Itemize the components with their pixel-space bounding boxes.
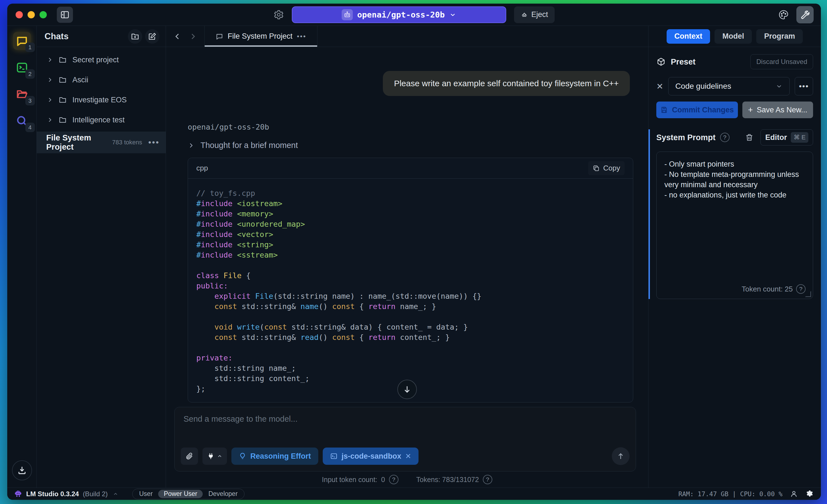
mode-power-user[interactable]: Power User (158, 490, 203, 498)
commit-changes-button[interactable]: Commit Changes (656, 102, 738, 118)
mode-user[interactable]: User (134, 490, 158, 498)
remove-sandbox-icon[interactable]: ✕ (405, 452, 411, 461)
help-icon[interactable]: ? (483, 475, 492, 484)
rail-chat-badge: 1 (25, 43, 35, 52)
help-icon[interactable]: ? (389, 475, 398, 484)
preset-actions: Commit Changes + Save As New... (656, 102, 813, 118)
chats-sidebar: Chats (37, 26, 166, 488)
titlebar: openai/gpt-oss-20b Eject (7, 4, 821, 26)
resize-handle[interactable] (805, 291, 811, 297)
code-language-label: cpp (196, 164, 588, 172)
chat-item-tokens: 783 tokens (112, 139, 142, 146)
zoom-button[interactable] (40, 11, 47, 18)
tab-file-system-project[interactable]: File System Project ••• (204, 26, 318, 47)
system-metrics: RAM: 17.47 GB | CPU: 0.00 % (678, 490, 782, 498)
folder-label: Secret project (72, 56, 119, 64)
code-content: // toy_fs.cpp#include <iostream>#include… (188, 179, 633, 402)
folder-icon (58, 116, 67, 124)
eject-button[interactable]: Eject (514, 6, 555, 23)
nav-forward-button[interactable] (189, 32, 197, 41)
minimize-button[interactable] (28, 11, 35, 18)
gear-icon[interactable] (274, 9, 284, 20)
message-input[interactable]: Send a message to the model... (175, 407, 636, 447)
trash-icon[interactable] (745, 133, 754, 142)
save-icon (660, 106, 668, 114)
scroll-to-bottom-button[interactable] (397, 380, 417, 399)
plugins-button[interactable] (202, 448, 227, 465)
help-icon[interactable]: ? (796, 284, 806, 294)
folder-investigate-eos[interactable]: Investigate EOS (37, 90, 166, 110)
assistant-model-name: openai/gpt-oss-20b (188, 123, 637, 131)
user-icon[interactable] (790, 490, 798, 498)
system-prompt-token-count: Token count: 25 ? (741, 284, 806, 294)
preset-more-button[interactable]: ••• (795, 77, 813, 96)
tab-menu-icon[interactable]: ••• (297, 33, 306, 40)
eject-label: Eject (531, 10, 548, 19)
preset-header: Preset Discard Unsaved (656, 54, 813, 69)
chevron-down-icon (776, 82, 783, 90)
system-prompt-title: System Prompt (656, 133, 716, 142)
system-prompt-box: - Only smart pointers - No template meta… (656, 152, 813, 299)
system-prompt-header: System Prompt ? Editor ⌘ E (656, 129, 813, 146)
save-as-new-button[interactable]: + Save As New... (742, 102, 813, 118)
token-count-label: Token count: 25 (741, 285, 793, 293)
app-version[interactable]: LM Studio 0.3.24 (26, 490, 79, 498)
folder-intelligence-test[interactable]: Intelligence test (37, 110, 166, 130)
chat-transcript[interactable]: Please write an example self contained t… (166, 47, 648, 407)
sandbox-terminal-icon (330, 452, 338, 460)
folder-ascii[interactable]: Ascii (37, 70, 166, 90)
compose-icon (148, 32, 157, 41)
chat-item-menu-icon[interactable]: ••• (148, 138, 159, 147)
clear-preset-icon[interactable]: ✕ (656, 81, 663, 91)
preset-title: Preset (671, 57, 745, 66)
help-icon[interactable]: ? (720, 133, 730, 142)
token-counters: Input token count: 0 ? Tokens: 783/13107… (166, 471, 648, 488)
attach-file-button[interactable] (181, 448, 198, 465)
chat-item-label: File System Project (46, 133, 112, 152)
new-chat-button[interactable] (145, 29, 159, 44)
new-folder-button[interactable] (128, 29, 142, 44)
js-code-sandbox-chip[interactable]: js-code-sandbox ✕ (323, 448, 419, 465)
preset-select[interactable]: Code guidelines (668, 77, 790, 96)
chevron-down-icon (449, 11, 456, 18)
system-prompt-input[interactable]: - Only smart pointers - No template meta… (664, 159, 805, 200)
model-selector[interactable]: openai/gpt-oss-20b (292, 6, 506, 23)
copy-code-button[interactable]: Copy (588, 161, 625, 175)
palette-icon[interactable] (778, 9, 789, 20)
send-button[interactable] (612, 447, 630, 465)
rail-models-button[interactable]: 3 (13, 86, 31, 103)
nav-back-button[interactable] (173, 32, 182, 41)
tab-model[interactable]: Model (715, 29, 752, 44)
reasoning-effort-chip[interactable]: Reasoning Effort (231, 448, 318, 465)
composer-toolbar: Reasoning Effort js-code-sandbox ✕ (175, 447, 636, 471)
rail-discover-badge: 4 (25, 123, 35, 132)
sidebar-toggle-button[interactable] (57, 7, 73, 23)
settings-gear-icon[interactable] (805, 490, 814, 498)
editor-button[interactable]: Editor ⌘ E (761, 129, 813, 146)
right-panel: Context Model Program Preset Discard Uns… (648, 26, 821, 488)
chats-title: Chats (45, 32, 125, 42)
mode-developer[interactable]: Developer (203, 490, 243, 498)
editor-shortcut: ⌘ E (791, 132, 808, 143)
rail-developer-button[interactable]: 2 (13, 59, 31, 76)
chevron-right-icon (47, 57, 53, 63)
commit-changes-label: Commit Changes (672, 106, 734, 114)
app-build: (Build 2) (83, 490, 107, 498)
developer-tools-button[interactable] (796, 6, 814, 23)
folder-secret-project[interactable]: Secret project (37, 50, 166, 70)
arrow-up-icon (617, 452, 625, 460)
right-panel-tabs: Context Model Program (648, 26, 821, 47)
preset-selected-label: Code guidelines (675, 82, 731, 91)
rail-chat-button[interactable]: 1 (13, 32, 31, 50)
rail-discover-button[interactable]: 4 (13, 112, 31, 130)
chat-list: Secret project Ascii (37, 47, 166, 153)
tab-context[interactable]: Context (667, 29, 710, 44)
discard-unsaved-button[interactable]: Discard Unsaved (750, 54, 813, 69)
sidebar-panel-icon (60, 10, 69, 19)
thought-toggle[interactable]: Thought for a brief moment (188, 141, 637, 150)
close-button[interactable] (15, 11, 23, 18)
downloads-button[interactable] (12, 460, 32, 480)
code-block: cpp Copy // toy_fs.cpp#include <iostream… (188, 158, 633, 402)
chat-item-file-system-project[interactable]: File System Project 783 tokens ••• (37, 131, 166, 153)
tab-program[interactable]: Program (756, 29, 803, 44)
